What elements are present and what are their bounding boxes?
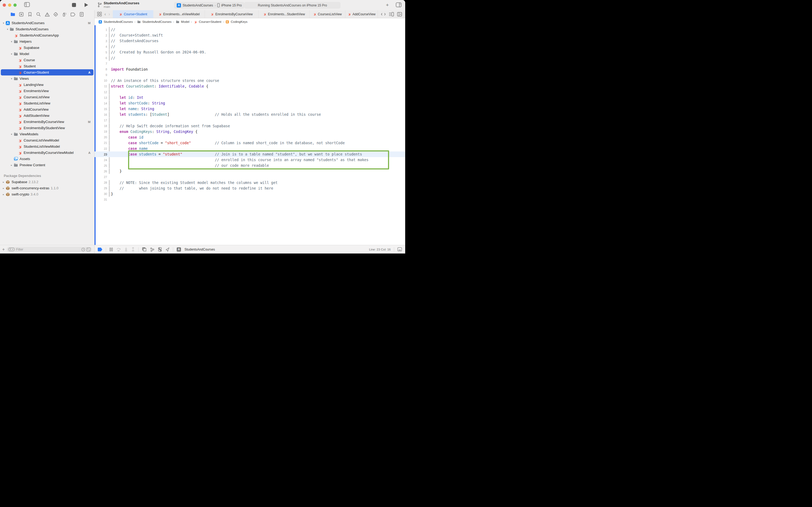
- code-line-16[interactable]: 16 let students: [Student] // Holds all …: [95, 112, 405, 117]
- source-control-icon[interactable]: [19, 12, 24, 17]
- line-number[interactable]: 18: [95, 124, 108, 127]
- code-line-3[interactable]: 3// StudentsAndCourses: [95, 38, 405, 44]
- line-number[interactable]: 20: [95, 135, 108, 139]
- disclosure-triangle[interactable]: ▾: [6, 28, 9, 31]
- tree-item-enrolmentsview[interactable]: EnrolmentsView: [0, 88, 94, 94]
- line-number[interactable]: 7: [95, 62, 108, 65]
- line-number[interactable]: 27: [95, 175, 108, 179]
- tests-icon[interactable]: [53, 12, 58, 17]
- line-number[interactable]: 23: [95, 153, 108, 156]
- code-line-21[interactable]: 21 case shortCode = "short_code" // Colu…: [95, 140, 405, 146]
- line-number[interactable]: 5: [95, 51, 108, 54]
- code-line-6[interactable]: 6//: [95, 55, 405, 61]
- code-line-14[interactable]: 14 let shortCode: String: [95, 101, 405, 106]
- tree-item-enrolmentsbycourseview[interactable]: EnrolmentsByCourseViewM: [0, 119, 94, 125]
- code-review-icon[interactable]: [381, 12, 386, 16]
- tree-item-studentsandcourses[interactable]: ▾StudentsAndCourses: [0, 26, 94, 32]
- add-editor-plus-icon[interactable]: +: [386, 2, 389, 7]
- line-number[interactable]: 24: [95, 158, 108, 162]
- code-line-18[interactable]: 18 // Help Swift decode information sent…: [95, 123, 405, 129]
- code-line-11[interactable]: 11struct CourseStudent: Identifiable, Co…: [95, 83, 405, 89]
- tree-item-courseslistview[interactable]: CoursesListView: [0, 94, 94, 100]
- line-number[interactable]: 10: [95, 79, 108, 82]
- line-number[interactable]: 28: [95, 181, 108, 184]
- line-number[interactable]: 3: [95, 40, 108, 43]
- close-window-button[interactable]: [3, 3, 6, 7]
- tree-item-courseslistviewmodel[interactable]: CoursesListViewModel: [0, 137, 94, 144]
- code-line-13[interactable]: 13 let id: Int: [95, 95, 405, 101]
- breadcrumb-item-course-student[interactable]: Course+Student: [199, 20, 221, 23]
- package-item-swift-concurrency-extras[interactable]: ▸swift-concurrency-extras1.1.0: [0, 185, 94, 191]
- debug-icon[interactable]: [62, 12, 67, 17]
- toggle-left-sidebar-icon[interactable]: [24, 2, 30, 7]
- tree-item-landingview[interactable]: LandingView: [0, 81, 94, 88]
- tree-item-student[interactable]: Student: [0, 63, 94, 69]
- tree-item-preview-content[interactable]: ▸Preview Content: [0, 162, 94, 168]
- tree-item-enrolmentsbystudentview[interactable]: EnrolmentsByStudentView: [0, 125, 94, 131]
- disclosure-triangle[interactable]: ▾: [10, 53, 13, 55]
- editor-tab-courseslistview[interactable]: CoursesListView: [309, 10, 345, 18]
- code-line-5[interactable]: 5// Created by Russell Gordon on 2024-06…: [95, 49, 405, 55]
- disclosure-triangle[interactable]: ▸: [2, 187, 5, 189]
- line-number[interactable]: 30: [95, 192, 108, 195]
- package-item-swift-crypto[interactable]: ▸swift-crypto3.4.0: [0, 191, 94, 198]
- line-number[interactable]: 4: [95, 45, 108, 48]
- line-number[interactable]: 11: [95, 84, 108, 88]
- related-items-icon[interactable]: [97, 12, 102, 16]
- breakpoints-icon[interactable]: [70, 12, 75, 17]
- pause-execution-icon[interactable]: [110, 247, 113, 251]
- toggle-right-sidebar-icon[interactable]: [396, 2, 401, 7]
- line-number[interactable]: 22: [95, 147, 108, 150]
- line-number[interactable]: 8: [95, 68, 108, 71]
- forward-chevron-icon[interactable]: ›: [109, 12, 110, 17]
- add-file-plus-icon[interactable]: +: [2, 247, 5, 252]
- code-line-27[interactable]: 27: [95, 174, 405, 180]
- editor-tab-addcourseview[interactable]: AddCourseView: [345, 10, 378, 18]
- editor-tab-course-student[interactable]: Course+Student: [113, 10, 153, 18]
- disclosure-triangle[interactable]: ▸: [10, 164, 13, 167]
- code-line-9[interactable]: 9: [95, 72, 405, 78]
- tree-item-enrolmentsbycourseviewmodel[interactable]: EnrolmentsByCourseViewModelA: [0, 150, 94, 156]
- breadcrumb-item-model[interactable]: Model: [181, 20, 189, 23]
- environment-overrides-icon[interactable]: [158, 247, 162, 251]
- tree-item-addstudentview[interactable]: AddStudentView: [0, 113, 94, 119]
- breakpoints-toggle-icon[interactable]: [98, 247, 102, 251]
- code-line-4[interactable]: 4//: [95, 44, 405, 49]
- memory-graph-icon[interactable]: [150, 247, 155, 251]
- stop-button[interactable]: [72, 3, 76, 7]
- breadcrumb-item-studentsandcourses[interactable]: StudentsAndCourses: [104, 20, 133, 23]
- toggle-debug-area-icon[interactable]: [397, 247, 402, 251]
- line-number[interactable]: 16: [95, 113, 108, 116]
- breadcrumb-item-studentsandcourses[interactable]: StudentsAndCourses: [142, 20, 172, 23]
- tree-item-studentsandcoursesapp[interactable]: StudentsAndCoursesApp: [0, 32, 94, 39]
- tree-item-addcourseview[interactable]: AddCourseView: [0, 106, 94, 113]
- code-line-2[interactable]: 2// Course+Student.swift: [95, 33, 405, 38]
- line-number[interactable]: 15: [95, 107, 108, 111]
- tree-item-helpers[interactable]: ▾Helpers: [0, 39, 94, 45]
- tree-item-supabase[interactable]: Supabase: [0, 45, 94, 51]
- tree-item-studentsandcourses[interactable]: ▾StudentsAndCoursesM: [0, 20, 94, 26]
- split-editor-icon[interactable]: [397, 12, 402, 16]
- tree-item-course[interactable]: Course: [0, 57, 94, 63]
- scheme-selector[interactable]: A StudentsAndCourses › iPhone 15 Pro: [174, 2, 244, 9]
- code-line-31[interactable]: 31: [95, 197, 405, 203]
- find-icon[interactable]: [36, 12, 41, 17]
- tree-item-assets[interactable]: Assets: [0, 156, 94, 162]
- view-hierarchy-icon[interactable]: [142, 247, 147, 251]
- run-button[interactable]: [84, 3, 89, 7]
- line-number[interactable]: 31: [95, 198, 108, 201]
- code-line-7[interactable]: 7: [95, 61, 405, 67]
- code-line-8[interactable]: 8import Foundation: [95, 67, 405, 72]
- line-number[interactable]: 13: [95, 96, 108, 99]
- line-number[interactable]: 29: [95, 187, 108, 190]
- disclosure-triangle[interactable]: ▾: [10, 133, 13, 135]
- code-line-15[interactable]: 15 let name: String: [95, 106, 405, 112]
- code-line-19[interactable]: 19 enum CodingKeys: String, CodingKey {: [95, 129, 405, 134]
- code-line-29[interactable]: 29 // when joining to that table, we do …: [95, 185, 405, 191]
- tree-item-viewmodels[interactable]: ▾ViewModels: [0, 131, 94, 137]
- disclosure-triangle[interactable]: ▸: [2, 193, 5, 196]
- scm-status-filter-icon[interactable]: [86, 247, 91, 251]
- code-line-30[interactable]: 30}: [95, 191, 405, 197]
- editor-tab-enrolments-studentview[interactable]: Enrolments...StudentView: [258, 10, 309, 18]
- code-line-17[interactable]: 17: [95, 118, 405, 123]
